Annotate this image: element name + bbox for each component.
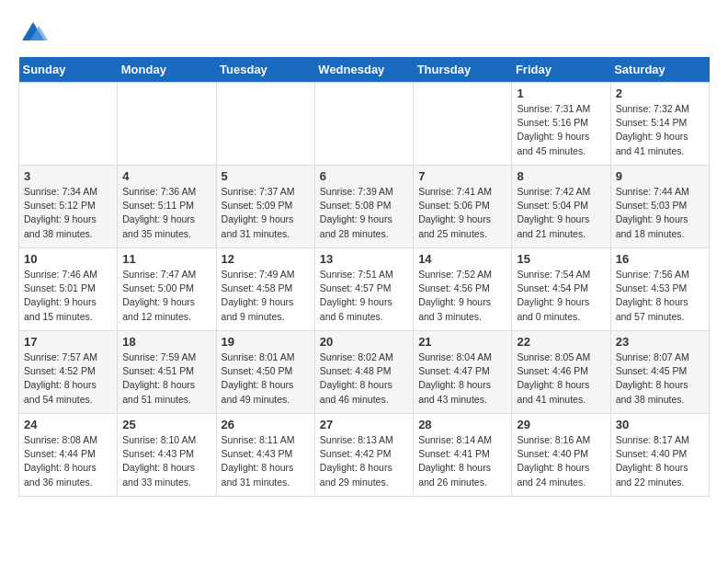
day-info: Sunrise: 7:57 AM Sunset: 4:52 PM Dayligh… [24, 350, 112, 407]
col-header-tuesday: Tuesday [216, 57, 314, 83]
day-cell: 16Sunrise: 7:56 AM Sunset: 4:53 PM Dayli… [610, 248, 709, 331]
day-number: 25 [122, 418, 210, 431]
week-row-0: 1Sunrise: 7:31 AM Sunset: 5:16 PM Daylig… [19, 83, 710, 166]
col-header-saturday: Saturday [610, 57, 709, 83]
logo [18, 18, 51, 48]
day-cell: 22Sunrise: 8:05 AM Sunset: 4:46 PM Dayli… [512, 331, 610, 414]
day-info: Sunrise: 7:32 AM Sunset: 5:14 PM Dayligh… [616, 102, 704, 158]
day-info: Sunrise: 8:13 AM Sunset: 4:42 PM Dayligh… [320, 433, 408, 489]
day-number: 14 [418, 252, 506, 266]
day-cell: 15Sunrise: 7:54 AM Sunset: 4:54 PM Dayli… [512, 248, 610, 331]
day-cell: 23Sunrise: 8:07 AM Sunset: 4:45 PM Dayli… [610, 331, 709, 414]
day-number: 30 [616, 418, 704, 431]
day-number: 21 [418, 335, 506, 349]
day-number: 19 [222, 335, 310, 349]
day-number: 24 [24, 418, 112, 431]
day-info: Sunrise: 7:49 AM Sunset: 4:58 PM Dayligh… [222, 268, 310, 324]
day-cell: 20Sunrise: 8:02 AM Sunset: 4:48 PM Dayli… [314, 331, 413, 414]
week-row-3: 17Sunrise: 7:57 AM Sunset: 4:52 PM Dayli… [19, 331, 710, 414]
day-cell: 7Sunrise: 7:41 AM Sunset: 5:06 PM Daylig… [414, 166, 512, 248]
day-info: Sunrise: 7:56 AM Sunset: 4:53 PM Dayligh… [616, 268, 704, 324]
day-info: Sunrise: 7:46 AM Sunset: 5:01 PM Dayligh… [24, 268, 112, 324]
day-cell: 9Sunrise: 7:44 AM Sunset: 5:03 PM Daylig… [610, 166, 709, 248]
day-cell: 13Sunrise: 7:51 AM Sunset: 4:57 PM Dayli… [314, 248, 413, 331]
day-number: 10 [24, 252, 112, 266]
day-info: Sunrise: 7:52 AM Sunset: 4:56 PM Dayligh… [418, 268, 506, 324]
day-cell: 2Sunrise: 7:32 AM Sunset: 5:14 PM Daylig… [610, 83, 709, 166]
day-number: 3 [24, 169, 112, 183]
day-info: Sunrise: 7:37 AM Sunset: 5:09 PM Dayligh… [222, 185, 310, 241]
day-info: Sunrise: 8:04 AM Sunset: 4:47 PM Dayligh… [418, 350, 506, 407]
day-number: 15 [517, 252, 605, 266]
day-cell [118, 83, 216, 166]
day-cell [414, 83, 512, 166]
day-number: 1 [517, 86, 605, 100]
page-header [18, 18, 710, 48]
day-number: 13 [320, 252, 408, 266]
day-number: 8 [517, 169, 605, 183]
day-number: 29 [517, 418, 605, 431]
day-cell: 28Sunrise: 8:14 AM Sunset: 4:41 PM Dayli… [414, 414, 512, 497]
day-cell: 5Sunrise: 7:37 AM Sunset: 5:09 PM Daylig… [216, 166, 314, 248]
day-info: Sunrise: 7:59 AM Sunset: 4:51 PM Dayligh… [122, 350, 210, 407]
day-info: Sunrise: 8:17 AM Sunset: 4:40 PM Dayligh… [616, 433, 704, 489]
day-number: 18 [122, 335, 210, 349]
day-number: 9 [616, 169, 704, 183]
day-info: Sunrise: 8:07 AM Sunset: 4:45 PM Dayligh… [616, 350, 704, 407]
day-info: Sunrise: 8:11 AM Sunset: 4:43 PM Dayligh… [222, 433, 310, 489]
day-info: Sunrise: 7:54 AM Sunset: 4:54 PM Dayligh… [517, 268, 605, 324]
day-cell [314, 83, 413, 166]
day-info: Sunrise: 7:39 AM Sunset: 5:08 PM Dayligh… [320, 185, 408, 241]
day-info: Sunrise: 7:44 AM Sunset: 5:03 PM Dayligh… [616, 185, 704, 241]
day-info: Sunrise: 8:08 AM Sunset: 4:44 PM Dayligh… [24, 433, 112, 489]
day-number: 20 [320, 335, 408, 349]
day-info: Sunrise: 8:10 AM Sunset: 4:43 PM Dayligh… [122, 433, 210, 489]
day-number: 22 [517, 335, 605, 349]
col-header-sunday: Sunday [19, 57, 118, 83]
day-number: 28 [418, 418, 506, 431]
day-number: 23 [616, 335, 704, 349]
day-cell: 1Sunrise: 7:31 AM Sunset: 5:16 PM Daylig… [512, 83, 610, 166]
day-info: Sunrise: 8:14 AM Sunset: 4:41 PM Dayligh… [418, 433, 506, 489]
day-number: 12 [222, 252, 310, 266]
day-number: 26 [222, 418, 310, 431]
col-header-thursday: Thursday [414, 57, 512, 83]
day-number: 16 [616, 252, 704, 266]
day-number: 27 [320, 418, 408, 431]
col-header-monday: Monday [118, 57, 216, 83]
day-number: 6 [320, 169, 408, 183]
day-info: Sunrise: 8:05 AM Sunset: 4:46 PM Dayligh… [517, 350, 605, 407]
day-info: Sunrise: 7:42 AM Sunset: 5:04 PM Dayligh… [517, 185, 605, 241]
calendar-header-row: SundayMondayTuesdayWednesdayThursdayFrid… [19, 57, 710, 83]
day-number: 2 [616, 86, 704, 100]
calendar-table: SundayMondayTuesdayWednesdayThursdayFrid… [18, 57, 710, 497]
day-number: 17 [24, 335, 112, 349]
day-info: Sunrise: 7:41 AM Sunset: 5:06 PM Dayligh… [418, 185, 506, 241]
day-info: Sunrise: 7:36 AM Sunset: 5:11 PM Dayligh… [122, 185, 210, 241]
day-cell: 30Sunrise: 8:17 AM Sunset: 4:40 PM Dayli… [610, 414, 709, 497]
day-cell: 19Sunrise: 8:01 AM Sunset: 4:50 PM Dayli… [216, 331, 314, 414]
day-cell: 4Sunrise: 7:36 AM Sunset: 5:11 PM Daylig… [118, 166, 216, 248]
day-cell: 3Sunrise: 7:34 AM Sunset: 5:12 PM Daylig… [19, 166, 118, 248]
day-cell: 10Sunrise: 7:46 AM Sunset: 5:01 PM Dayli… [19, 248, 118, 331]
day-info: Sunrise: 7:34 AM Sunset: 5:12 PM Dayligh… [24, 185, 112, 241]
day-cell: 24Sunrise: 8:08 AM Sunset: 4:44 PM Dayli… [19, 414, 118, 497]
calendar-body: 1Sunrise: 7:31 AM Sunset: 5:16 PM Daylig… [19, 83, 710, 497]
day-cell: 18Sunrise: 7:59 AM Sunset: 4:51 PM Dayli… [118, 331, 216, 414]
day-number: 7 [418, 169, 506, 183]
day-cell: 11Sunrise: 7:47 AM Sunset: 5:00 PM Dayli… [118, 248, 216, 331]
day-cell: 26Sunrise: 8:11 AM Sunset: 4:43 PM Dayli… [216, 414, 314, 497]
day-cell: 6Sunrise: 7:39 AM Sunset: 5:08 PM Daylig… [314, 166, 413, 248]
day-cell: 14Sunrise: 7:52 AM Sunset: 4:56 PM Dayli… [414, 248, 512, 331]
logo-icon [18, 18, 48, 48]
day-cell: 21Sunrise: 8:04 AM Sunset: 4:47 PM Dayli… [414, 331, 512, 414]
week-row-4: 24Sunrise: 8:08 AM Sunset: 4:44 PM Dayli… [19, 414, 710, 497]
day-cell: 12Sunrise: 7:49 AM Sunset: 4:58 PM Dayli… [216, 248, 314, 331]
week-row-2: 10Sunrise: 7:46 AM Sunset: 5:01 PM Dayli… [19, 248, 710, 331]
day-info: Sunrise: 8:01 AM Sunset: 4:50 PM Dayligh… [222, 350, 310, 407]
col-header-friday: Friday [512, 57, 610, 83]
day-number: 11 [122, 252, 210, 266]
day-number: 5 [222, 169, 310, 183]
day-cell: 17Sunrise: 7:57 AM Sunset: 4:52 PM Dayli… [19, 331, 118, 414]
day-info: Sunrise: 8:02 AM Sunset: 4:48 PM Dayligh… [320, 350, 408, 407]
